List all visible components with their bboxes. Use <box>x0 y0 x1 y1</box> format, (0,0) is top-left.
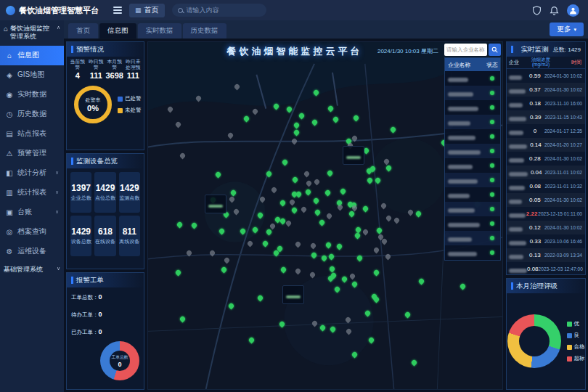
sidebar-item-10[interactable]: ◎档案查询 <box>0 222 64 242</box>
workorder-panel: 报警工单 工单总数：0待办工单：0已办工单：0 工单总数 0 <box>66 272 144 390</box>
concentration-value: 2.22 <box>526 211 538 217</box>
sidebar-item-7[interactable]: ◧统计分析∨ <box>0 163 64 183</box>
sidebar-section-base-system[interactable]: 基础管理系统 ∨ <box>0 261 64 278</box>
gauge-value: 0% <box>87 104 99 113</box>
company-panel: 企业名称 状态 <box>444 44 501 261</box>
sidebar-item-4[interactable]: ◷历史数据 <box>0 105 64 124</box>
dashboard-title: 餐饮油烟智能监控云平台 <box>227 45 363 58</box>
realtime-title-label: 实时监测 <box>520 45 548 54</box>
workorder-donut: 工单总数 0 <box>100 341 139 380</box>
company-name-redacted <box>448 208 475 213</box>
realtime-row[interactable]: 0.132022-03-09 13:34 <box>507 248 585 262</box>
chevron-down-icon: ∨ <box>55 209 59 215</box>
concentration-value: 0.05 <box>526 197 544 203</box>
sidebar-item-9[interactable]: ▣台账∨ <box>0 203 64 222</box>
company-row[interactable] <box>445 245 500 260</box>
company-row[interactable] <box>445 173 500 187</box>
sidebar-item-label: 运维设备 <box>17 246 46 256</box>
map-label[interactable] <box>282 285 304 304</box>
search-icon <box>178 8 183 13</box>
sidebar-item-5[interactable]: ▤站点报表 <box>0 124 64 144</box>
dashboard-datetime: 2024/1/30 10:03 星期二 <box>377 47 438 55</box>
realtime-row[interactable]: 0.122024-01-30 10:02 <box>507 221 585 234</box>
user-avatar[interactable] <box>567 4 579 17</box>
company-row[interactable] <box>445 187 500 202</box>
company-row[interactable] <box>445 158 500 173</box>
sidebar-item-2[interactable]: ◈GIS地图 <box>0 65 64 85</box>
chevron-down-icon: ▾ <box>573 27 576 33</box>
company-status-header: 状态 <box>484 61 500 69</box>
menu-toggle-icon[interactable] <box>113 7 122 14</box>
warning-stat: 昨日未处理预警111 <box>124 59 143 80</box>
content-tab-2[interactable]: 信息图 <box>99 23 136 38</box>
device-stat: 618在线设备 <box>94 216 115 256</box>
realtime-row[interactable]: 0.592024-01-30 10:02 <box>507 69 585 83</box>
map-label[interactable] <box>343 146 364 165</box>
workorder-line: 工单总数：0 <box>71 293 139 301</box>
device-stat: 1429设备总数 <box>70 216 91 256</box>
realtime-row[interactable]: 2.222023-12-15 01:11:00 <box>507 207 585 221</box>
realtime-row[interactable]: 0.042023-11-01 10:02 <box>507 166 585 179</box>
content-tab-1[interactable]: 首页 <box>68 23 98 38</box>
realtime-row[interactable]: 02024-01-17 12:35 <box>507 124 585 138</box>
realtime-row[interactable]: 0.082023-11-01 10:32 <box>507 179 585 193</box>
menu-icon: ▣ <box>5 208 14 216</box>
realtime-row[interactable]: 0.082023-12-03 12:47:00 <box>507 262 585 274</box>
more-button-label: 更多 <box>557 25 571 34</box>
menu-icon: ▤ <box>5 130 14 138</box>
realtime-row[interactable]: 0.282024-01-30 10:02 <box>507 152 585 166</box>
company-name-redacted <box>509 75 522 80</box>
content-tabs: 首页信息图实时数据历史数据 <box>68 20 226 38</box>
company-row[interactable] <box>445 144 500 158</box>
topbar-actions <box>532 4 588 17</box>
company-search-input[interactable] <box>444 44 487 56</box>
map-label[interactable] <box>205 195 226 213</box>
company-name-redacted <box>448 107 478 111</box>
company-row[interactable] <box>445 115 500 129</box>
gauge-label: 处警率 <box>86 97 101 104</box>
sidebar-item-1[interactable]: ⌂信息图 <box>0 46 64 65</box>
content-tab-3[interactable]: 实时数据 <box>138 23 181 38</box>
topbar-search-input[interactable] <box>187 7 261 14</box>
reading-time: 2024-01-17 12:35 <box>544 128 583 134</box>
status-dot <box>490 207 494 211</box>
concentration-value: 0.04 <box>528 169 544 176</box>
content-tab-4[interactable]: 历史数据 <box>183 23 226 38</box>
company-row[interactable] <box>445 86 500 100</box>
device-stat: 1429监测点数 <box>119 172 140 213</box>
company-row[interactable] <box>445 202 500 216</box>
company-row[interactable] <box>445 231 500 245</box>
device-stat: 1397企业总数 <box>70 172 91 213</box>
sidebar-section-monitoring-system[interactable]: ⌂ 餐饮油烟监控管理系统 ∧ <box>0 20 64 46</box>
notifications-bell-icon[interactable] <box>550 6 559 15</box>
realtime-row[interactable]: 0.372024-01-30 10:02 <box>507 83 585 97</box>
company-name-redacted <box>509 131 523 135</box>
nav-home-tab[interactable]: ▦ 首页 <box>129 4 165 17</box>
sidebar-item-6[interactable]: ⚠预警管理 <box>0 144 64 163</box>
gauge-row: 处警率 0% 已处警未处警 <box>67 80 144 123</box>
realtime-row[interactable]: 0.052024-01-30 10:02 <box>507 193 585 207</box>
company-row[interactable] <box>445 129 500 144</box>
sidebar-item-8[interactable]: ▥统计报表∨ <box>0 183 64 203</box>
realtime-row[interactable]: 0.332023-10-06 16:46 <box>507 234 585 248</box>
company-row[interactable] <box>445 71 500 86</box>
concentration-value: 0 <box>526 128 544 134</box>
company-search-button[interactable] <box>489 44 501 56</box>
status-dot <box>490 178 494 182</box>
sidebar-item-3[interactable]: ◉实时数据 <box>0 85 64 105</box>
company-row[interactable] <box>445 216 500 231</box>
grid-icon: ▦ <box>135 7 142 14</box>
badge-icon[interactable] <box>532 6 542 15</box>
realtime-row[interactable]: 0.142024-01-20 10:27 <box>507 138 585 152</box>
reading-time: 2024-01-20 10:27 <box>544 142 583 147</box>
company-table-header: 企业名称 状态 <box>445 58 500 71</box>
sidebar-section-label: 餐饮油烟监控管理系统 <box>10 25 54 41</box>
realtime-row[interactable]: 0.392023-11-15 10:43 <box>507 110 585 124</box>
gauge-legend: 已处警未处警 <box>118 95 142 114</box>
realtime-row[interactable]: 0.182023-11-10 16:00 <box>507 97 585 110</box>
company-row[interactable] <box>445 100 500 115</box>
map[interactable]: 餐饮油烟智能监控云平台 2024/1/30 10:03 星期二 企业名称 <box>147 41 503 390</box>
more-button[interactable]: 更多 ▾ <box>550 23 584 36</box>
sidebar-item-11[interactable]: ⚙运维设备 <box>0 242 64 261</box>
company-name-redacted <box>448 121 470 126</box>
